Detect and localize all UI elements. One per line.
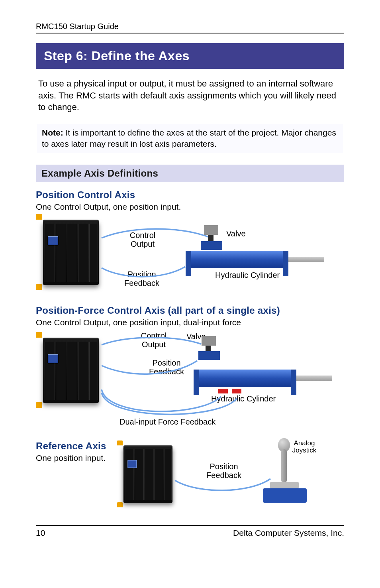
- control-output-label: Control Output: [127, 231, 159, 248]
- cylinder-body-icon: [195, 370, 295, 387]
- valve-cap-icon: [204, 225, 218, 235]
- note-label: Note:: [42, 128, 63, 137]
- position-feedback-label: Position Feedback: [123, 270, 161, 287]
- position-feedback-label: Position Feedback: [205, 462, 243, 480]
- cylinder-body-icon: [187, 251, 287, 268]
- reference-axis-title: Reference Axis: [36, 441, 116, 452]
- dual-force-port-icon: [218, 388, 242, 393]
- intro-paragraph: To use a physical input or output, it mu…: [38, 78, 344, 113]
- position-force-axis-title: Position-Force Control Axis (all part of…: [36, 305, 344, 316]
- dual-force-label: Dual-input Force Feedback: [119, 417, 215, 426]
- hydraulic-cylinder-label: Hydraulic Cylinder: [211, 394, 276, 403]
- joystick-base-icon: [263, 488, 307, 503]
- valve-base-icon: [198, 351, 220, 360]
- hydraulic-cylinder-label: Hydraulic Cylinder: [215, 271, 280, 279]
- valve-cap-icon: [202, 336, 216, 346]
- joystick-stick-icon: [281, 449, 287, 483]
- position-axis-desc: One Control Output, one position input.: [36, 202, 344, 212]
- controller-device-icon: [36, 214, 104, 290]
- cylinder-end-left-icon: [194, 370, 199, 395]
- example-heading: Example Axis Definitions: [36, 165, 344, 182]
- page-footer: 10 Delta Computer Systems, Inc.: [36, 525, 344, 538]
- running-head: RMC150 Startup Guide: [36, 22, 344, 33]
- cylinder-end-left-icon: [186, 251, 191, 276]
- position-axis-title: Position Control Axis: [36, 189, 344, 201]
- cylinder-end-right-icon: [291, 370, 296, 395]
- joystick-plate-icon: [270, 482, 299, 488]
- controller-device-icon: [117, 441, 177, 507]
- position-axis-diagram: Control Output Valve Position Feedback H…: [36, 214, 344, 298]
- joystick-label: Analog Joystick: [290, 440, 318, 454]
- valve-stem-icon: [208, 234, 214, 242]
- step-title-banner: Step 6: Define the Axes: [36, 43, 344, 69]
- cylinder-rod-icon: [288, 257, 324, 262]
- footer-company: Delta Computer Systems, Inc.: [233, 528, 344, 538]
- position-force-axis-diagram: Control Output Valve Position Feedback H…: [36, 330, 344, 433]
- valve-base-icon: [201, 241, 222, 250]
- reference-axis-desc: One position input.: [36, 453, 116, 463]
- position-feedback-label: Position Feedback: [147, 358, 186, 376]
- position-force-axis-desc: One Control Output, one position input, …: [36, 318, 344, 327]
- note-box: Note: It is important to define the axes…: [36, 123, 344, 154]
- page-number: 10: [36, 528, 45, 538]
- valve-label: Valve: [226, 229, 246, 238]
- reference-axis-diagram: Position Feedback Analog Joystick: [117, 441, 344, 508]
- cylinder-rod-icon: [296, 376, 332, 381]
- control-output-label: Control Output: [138, 331, 170, 349]
- controller-device-icon: [36, 332, 104, 408]
- note-text: It is important to define the axes at th…: [42, 128, 336, 148]
- cylinder-end-right-icon: [283, 251, 288, 276]
